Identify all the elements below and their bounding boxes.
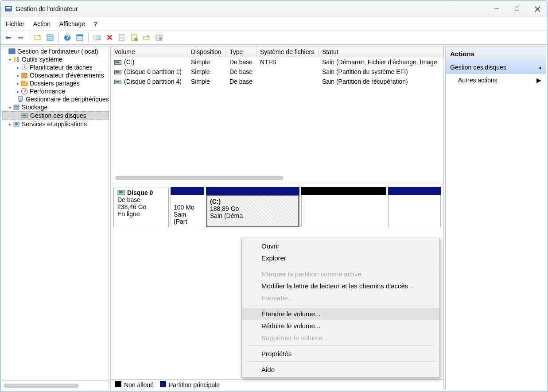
- disk-chart-icon[interactable]: [92, 33, 102, 43]
- svg-rect-34: [21, 81, 24, 83]
- svg-rect-2: [6, 8, 11, 9]
- tree-shared[interactable]: ▸ Dossiers partagés: [2, 79, 109, 87]
- svg-point-22: [134, 38, 138, 41]
- ctx-mark-active: Marquer la partition comme active: [242, 268, 439, 280]
- properties-icon[interactable]: [117, 33, 127, 43]
- window-title: Gestion de l'ordinateur: [16, 5, 78, 12]
- svg-rect-26: [9, 49, 15, 54]
- tree-storage[interactable]: ▾ Stockage: [2, 103, 109, 111]
- action-more[interactable]: Autres actions ▶: [446, 74, 546, 86]
- col-volume[interactable]: Volume: [111, 47, 187, 57]
- tree-services[interactable]: ▸ Services et applications: [2, 120, 109, 128]
- tree-root-label: Gestion de l'ordinateur (local): [17, 48, 98, 55]
- table-row[interactable]: (C:) Simple De base NTFS Sain (Démarrer,…: [111, 57, 443, 67]
- close-button[interactable]: [527, 0, 548, 17]
- partition-header: [206, 187, 299, 195]
- svg-rect-46: [119, 191, 123, 193]
- menu-view[interactable]: Affichage: [58, 19, 86, 28]
- actions-section-disks[interactable]: Gestion des disques ▲: [446, 61, 546, 74]
- svg-rect-27: [14, 57, 16, 62]
- back-icon[interactable]: ⬅: [3, 33, 13, 43]
- context-menu: Ouvrir Explorer Marquer la partition com…: [241, 238, 440, 378]
- view-list-icon[interactable]: [45, 33, 55, 43]
- disk-info[interactable]: Disque 0 De base 238,46 Go En ligne: [113, 187, 169, 227]
- svg-point-25: [159, 37, 162, 40]
- delete-icon[interactable]: ✕: [105, 33, 114, 43]
- forward-icon[interactable]: ➡: [16, 33, 25, 43]
- partition-recovery[interactable]: [388, 195, 441, 227]
- details-icon[interactable]: [75, 33, 85, 43]
- tree-performance[interactable]: ▸ Performance: [2, 87, 109, 95]
- minimize-button[interactable]: [486, 0, 507, 17]
- svg-rect-38: [19, 101, 22, 102]
- svg-rect-14: [77, 35, 83, 36]
- tree-scrollbar[interactable]: [4, 384, 79, 388]
- col-type[interactable]: Type: [226, 47, 257, 57]
- partition-header-unalloc: [301, 187, 386, 195]
- table-row[interactable]: (Disque 0 partition 4) Simple De base Sa…: [111, 77, 443, 86]
- svg-rect-28: [17, 57, 19, 62]
- ctx-delete-volume: Supprimer le volume...: [242, 332, 439, 344]
- volume-table-header: Volume Disposition Type Système de fichi…: [111, 47, 443, 57]
- tree-devmgr[interactable]: ▸ Gestionnaire de périphériques: [2, 95, 109, 103]
- collapse-icon[interactable]: ▲: [538, 65, 542, 70]
- partition-efi[interactable]: 100 Mo Sain (Part: [171, 195, 204, 227]
- volume-icon: [114, 80, 121, 84]
- refresh-disk-icon[interactable]: [142, 33, 152, 43]
- col-layout[interactable]: Disposition: [187, 47, 226, 57]
- tree-scheduler[interactable]: ▸ Planificateur de tâches: [2, 63, 109, 71]
- menu-file[interactable]: Fichier: [5, 19, 25, 28]
- svg-rect-42: [23, 115, 26, 116]
- svg-rect-8: [47, 35, 53, 41]
- help-icon[interactable]: ?: [62, 33, 72, 43]
- legend-swatch-black: [115, 381, 121, 387]
- ctx-properties[interactable]: Propriétés: [242, 348, 439, 360]
- svg-rect-4: [515, 7, 519, 11]
- svg-point-44: [15, 123, 18, 125]
- ctx-help[interactable]: Aide: [242, 364, 439, 376]
- tree-events[interactable]: ▸ Observateur d'événements: [2, 71, 109, 79]
- caret-down-icon[interactable]: ▾: [7, 57, 13, 62]
- svg-rect-40: [14, 108, 19, 109]
- menu-help[interactable]: ?: [93, 19, 98, 28]
- chevron-right-icon: ▶: [536, 77, 541, 84]
- table-scrollbar[interactable]: [115, 176, 284, 180]
- partition-unallocated[interactable]: [301, 195, 386, 227]
- ctx-shrink-volume[interactable]: Réduire le volume...: [242, 320, 439, 332]
- svg-rect-17: [119, 35, 124, 41]
- volume-table[interactable]: (C:) Simple De base NTFS Sain (Démarrer,…: [111, 57, 443, 183]
- ctx-explore[interactable]: Explorer: [242, 252, 439, 264]
- app-icon: [5, 5, 12, 12]
- maximize-button[interactable]: [507, 0, 527, 17]
- menu-action[interactable]: Action: [32, 19, 51, 28]
- svg-rect-37: [18, 97, 23, 100]
- tree-tools[interactable]: ▾ Outils système: [2, 55, 109, 63]
- partition-header: [171, 187, 204, 195]
- partition-header: [388, 187, 441, 195]
- svg-rect-39: [14, 105, 19, 107]
- new-view-icon[interactable]: [33, 33, 43, 43]
- ctx-extend-volume[interactable]: Étendre le volume...: [242, 308, 439, 320]
- volume-icon: [114, 60, 121, 65]
- toolbar: ⬅ ➡ ? ✕: [0, 31, 548, 45]
- col-fs[interactable]: Système de fichiers: [257, 47, 319, 57]
- svg-rect-32: [22, 73, 27, 78]
- tree-disks[interactable]: ▸ Gestion des disques: [2, 111, 109, 120]
- partition-c-selected[interactable]: (C:) 188,89 Go Sain (Déma: [206, 195, 299, 227]
- disk-icon: [117, 190, 125, 196]
- tree-root[interactable]: ▶ Gestion de l'ordinateur (local): [2, 47, 109, 55]
- menubar: Fichier Action Affichage ?: [0, 17, 548, 31]
- ctx-open[interactable]: Ouvrir: [242, 240, 439, 252]
- legend-swatch-navy: [160, 381, 166, 387]
- svg-rect-16: [94, 36, 97, 40]
- settings-disk-icon[interactable]: [154, 33, 164, 43]
- tree-view[interactable]: ▶ Gestion de l'ordinateur (local) ▾ Outi…: [2, 46, 109, 381]
- actions-header: Actions: [446, 47, 546, 61]
- ctx-modify-letter[interactable]: Modifier la lettre de lecteur et les che…: [242, 280, 439, 292]
- volume-icon: [114, 70, 121, 74]
- caret-right-icon[interactable]: ▸: [15, 65, 21, 70]
- table-row[interactable]: (Disque 0 partition 1) Simple De base Sa…: [111, 67, 443, 77]
- col-status[interactable]: Statut: [319, 47, 443, 57]
- svg-rect-1: [6, 7, 11, 8]
- doc-add-icon[interactable]: [129, 33, 139, 43]
